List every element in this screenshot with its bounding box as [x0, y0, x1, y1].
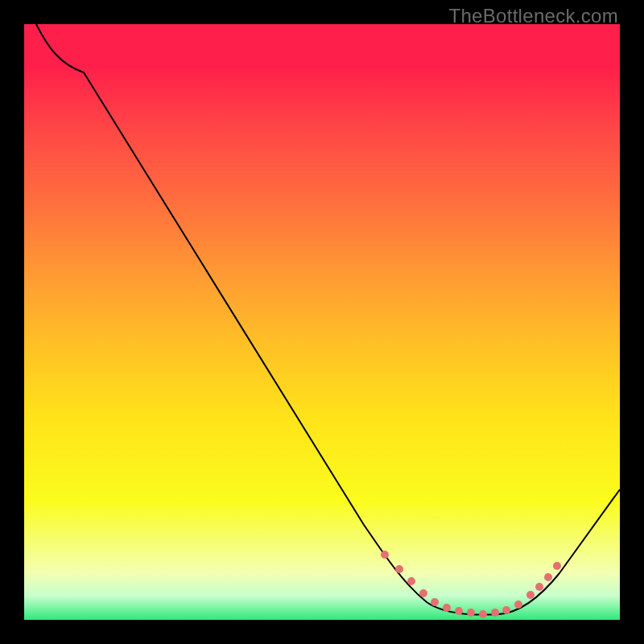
svg-point-8 — [479, 610, 487, 618]
svg-point-7 — [467, 609, 475, 617]
svg-point-14 — [544, 573, 552, 581]
svg-point-12 — [526, 591, 535, 599]
chart-frame: TheBottleneck.com — [0, 0, 644, 644]
svg-point-5 — [443, 604, 451, 612]
svg-point-6 — [455, 607, 463, 615]
svg-point-10 — [502, 606, 510, 614]
svg-point-11 — [514, 601, 522, 609]
svg-point-15 — [553, 562, 561, 570]
svg-point-3 — [419, 589, 427, 597]
line-series — [36, 24, 620, 615]
watermark-text: TheBottleneck.com — [448, 5, 618, 27]
svg-point-4 — [431, 598, 439, 606]
svg-point-13 — [535, 583, 543, 591]
svg-point-1 — [395, 565, 403, 573]
svg-point-2 — [407, 577, 415, 585]
svg-point-0 — [381, 551, 389, 559]
chart-svg — [24, 24, 620, 620]
svg-point-9 — [491, 609, 499, 617]
